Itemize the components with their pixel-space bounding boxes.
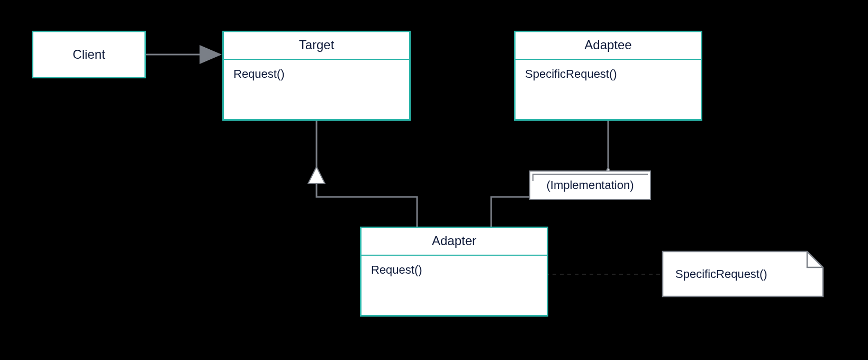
class-client: Client: [32, 31, 146, 78]
implementation-label-text: (Implementation): [546, 178, 634, 192]
class-adaptee-method: SpecificRequest(): [516, 60, 701, 88]
implementation-label: (Implementation): [529, 170, 651, 200]
class-adaptee: Adaptee SpecificRequest(): [514, 31, 702, 121]
note: SpecificRequest(): [663, 251, 823, 296]
class-adapter-title: Adapter: [361, 228, 547, 255]
class-adaptee-title: Adaptee: [516, 32, 701, 59]
class-target-title: Target: [224, 32, 409, 59]
class-adapter-method: Request(): [361, 256, 547, 284]
inherit-target-head: [308, 121, 417, 227]
class-target: Target Request(): [222, 31, 411, 121]
adapter-pattern-diagram: Client Target Request() Adaptee Specific…: [0, 0, 868, 360]
note-text: SpecificRequest(): [675, 267, 767, 281]
class-target-method: Request(): [224, 60, 409, 88]
class-client-title: Client: [73, 47, 105, 62]
class-adapter: Adapter Request(): [360, 227, 548, 317]
svg-marker-2: [308, 167, 325, 184]
